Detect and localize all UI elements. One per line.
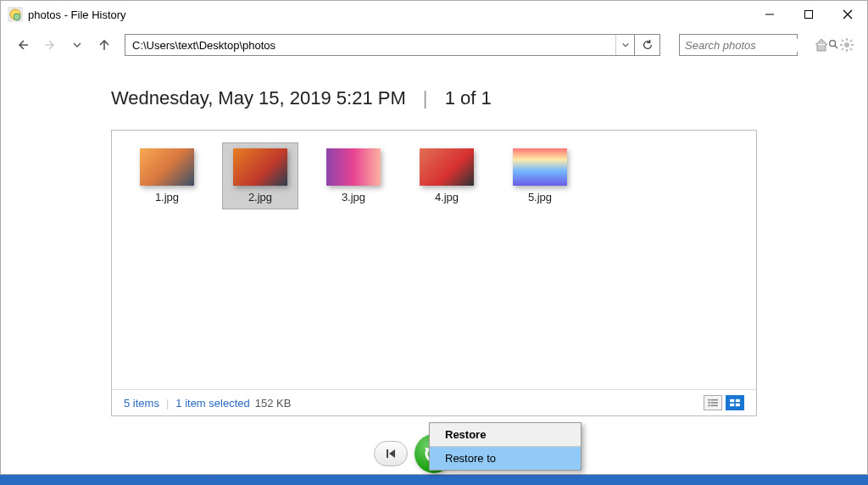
svg-rect-25 — [730, 404, 734, 406]
home-icon[interactable] — [813, 36, 830, 53]
svg-point-1 — [14, 14, 20, 20]
svg-rect-24 — [736, 399, 740, 402]
file-name: 2.jpg — [228, 191, 292, 203]
settings-icon[interactable] — [838, 36, 855, 53]
content-area: Wednesday, May 15, 2019 5:21 PM | 1 of 1… — [1, 62, 867, 433]
details-view-button[interactable] — [704, 395, 722, 410]
titlebar: photos - File History — [1, 1, 867, 28]
version-heading: Wednesday, May 15, 2019 5:21 PM | 1 of 1 — [111, 87, 757, 109]
previous-version-button[interactable] — [374, 441, 408, 466]
search-input[interactable] — [685, 39, 828, 52]
navigation-toolbar — [1, 28, 867, 62]
svg-line-13 — [842, 40, 843, 42]
file-panel: 1.jpg2.jpg3.jpg4.jpg5.jpg 5 items | 1 it… — [111, 130, 757, 416]
file-name: 3.jpg — [321, 191, 386, 203]
window-title: photos - File History — [28, 8, 126, 21]
file-name: 4.jpg — [415, 191, 479, 203]
file-grid[interactable]: 1.jpg2.jpg3.jpg4.jpg5.jpg — [112, 131, 756, 389]
svg-line-16 — [850, 40, 852, 42]
file-item[interactable]: 2.jpg — [222, 142, 298, 209]
file-thumbnail — [513, 148, 567, 186]
status-bar: 5 items | 1 item selected 152 KB — [112, 389, 756, 415]
svg-rect-3 — [805, 11, 813, 19]
address-dropdown[interactable] — [615, 35, 634, 55]
svg-line-15 — [842, 48, 843, 50]
menu-item-restore[interactable]: Restore — [430, 423, 581, 447]
refresh-button[interactable] — [634, 35, 659, 55]
thumbnail-view-button[interactable] — [726, 395, 744, 410]
menu-item-restore-to[interactable]: Restore to — [430, 447, 581, 470]
window-controls — [750, 1, 867, 28]
address-bar — [125, 34, 660, 56]
close-button[interactable] — [828, 1, 867, 28]
minimize-button[interactable] — [750, 1, 789, 28]
svg-rect-20 — [711, 402, 718, 404]
file-item[interactable]: 1.jpg — [129, 142, 205, 209]
svg-rect-26 — [736, 404, 740, 406]
svg-point-8 — [844, 42, 849, 47]
file-item[interactable]: 3.jpg — [315, 142, 392, 209]
file-item[interactable]: 5.jpg — [502, 142, 578, 209]
svg-rect-22 — [711, 405, 718, 407]
maximize-button[interactable] — [789, 1, 828, 28]
file-name: 5.jpg — [508, 191, 572, 203]
file-item[interactable]: 4.jpg — [409, 142, 485, 209]
svg-rect-18 — [711, 399, 718, 401]
recent-locations-dropdown[interactable] — [67, 35, 87, 55]
search-box — [679, 34, 798, 56]
file-thumbnail — [140, 148, 194, 186]
address-input[interactable] — [125, 35, 615, 55]
svg-rect-19 — [708, 402, 710, 404]
item-count: 5 items — [124, 397, 159, 410]
svg-rect-27 — [387, 449, 388, 458]
file-thumbnail — [420, 148, 474, 186]
view-mode-icons — [704, 395, 744, 410]
forward-button[interactable] — [40, 35, 60, 55]
svg-line-14 — [850, 48, 852, 50]
heading-separator: | — [423, 87, 428, 109]
selection-count: 1 item selected — [175, 397, 249, 410]
app-icon — [8, 7, 23, 22]
version-page-indicator: 1 of 1 — [445, 87, 492, 109]
svg-rect-23 — [730, 399, 734, 402]
back-button[interactable] — [13, 35, 33, 55]
restore-context-menu: RestoreRestore to — [429, 422, 581, 471]
file-thumbnail — [233, 148, 287, 186]
file-name: 1.jpg — [135, 191, 199, 203]
file-history-window: photos - File History — [0, 0, 868, 475]
svg-rect-21 — [708, 405, 710, 407]
file-thumbnail — [326, 148, 381, 186]
selection-size: 152 KB — [255, 397, 292, 410]
svg-rect-17 — [708, 399, 710, 401]
extra-toolbar-icons — [813, 36, 855, 53]
version-datetime: Wednesday, May 15, 2019 5:21 PM — [111, 87, 406, 109]
up-button[interactable] — [94, 35, 114, 55]
